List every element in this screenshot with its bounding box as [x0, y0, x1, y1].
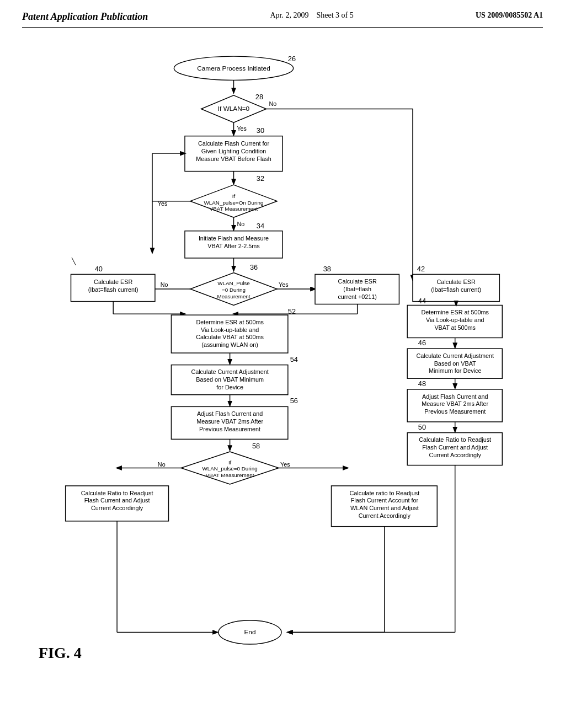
svg-text:(Ibat=flash current): (Ibat=flash current) [431, 286, 481, 293]
svg-text:50: 50 [418, 423, 426, 431]
svg-text:If WLAN=0: If WLAN=0 [218, 105, 250, 113]
svg-text:Flash Current Account for: Flash Current Account for [351, 497, 419, 504]
svg-text:Calculate Current Adjustment: Calculate Current Adjustment [416, 352, 493, 359]
svg-text:No: No [237, 221, 244, 227]
svg-text:VBAT Measurement: VBAT Measurement [210, 206, 258, 212]
svg-text:Previous Measurement: Previous Measurement [199, 426, 260, 432]
svg-text:No: No [161, 281, 168, 288]
svg-text:=0 During: =0 During [222, 287, 246, 293]
svg-text:Calculate Flash Current for: Calculate Flash Current for [198, 140, 269, 147]
svg-text:52: 52 [288, 307, 296, 315]
svg-text:Yes: Yes [237, 125, 247, 132]
svg-text:Camera Process Initiated: Camera Process Initiated [197, 65, 270, 72]
svg-text:36: 36 [250, 263, 258, 271]
svg-text:If: If [232, 193, 236, 199]
svg-text:56: 56 [290, 397, 298, 405]
svg-text:Yes: Yes [280, 462, 290, 468]
svg-text:No: No [158, 462, 166, 468]
svg-text:VBAT at 500ms: VBAT at 500ms [434, 324, 476, 331]
figure-label: FIG. 4 [39, 644, 82, 662]
svg-text:Yes: Yes [279, 281, 289, 288]
header: Patent Application Publication Apr. 2, 2… [22, 11, 543, 28]
svg-text:Via Look-up-table and: Via Look-up-table and [201, 326, 259, 333]
svg-text:Determine ESR at 500ms: Determine ESR at 500ms [196, 319, 264, 325]
svg-text:(Ibat=flash current): (Ibat=flash current) [88, 286, 138, 293]
svg-text:Calculate VBAT at 500ms: Calculate VBAT at 500ms [196, 334, 264, 340]
svg-text:54: 54 [290, 355, 298, 363]
svg-text:30: 30 [257, 126, 264, 135]
svg-text:If: If [228, 459, 232, 465]
svg-text:Measure VBAT Before Flash: Measure VBAT Before Flash [196, 156, 271, 162]
svg-text:Calculate ratio to Readjust: Calculate ratio to Readjust [350, 490, 420, 496]
svg-text:Measure VBAT 2ms After: Measure VBAT 2ms After [196, 418, 263, 425]
svg-text:(assuming WLAN on): (assuming WLAN on) [201, 341, 258, 348]
svg-text:Calculate Ratio to Readjust: Calculate Ratio to Readjust [419, 436, 491, 443]
svg-text:38: 38 [323, 265, 331, 274]
svg-text:Current Accordingly: Current Accordingly [429, 452, 482, 458]
svg-text:Minimum for Device: Minimum for Device [429, 367, 481, 374]
svg-text:Measure VBAT 2ms After: Measure VBAT 2ms After [422, 400, 488, 407]
diagram-area: Camera Process Initiated 26 28 If WLAN=0… [22, 33, 543, 673]
svg-text:Measurement: Measurement [217, 293, 250, 299]
svg-text:End: End [244, 628, 256, 636]
svg-text:No: No [269, 100, 276, 107]
svg-text:VBAT After 2-2.5ms: VBAT After 2-2.5ms [207, 243, 260, 249]
svg-text:Current Accordingly: Current Accordingly [91, 505, 143, 511]
svg-text:for Device: for Device [216, 384, 243, 390]
svg-text:Previous Measurement: Previous Measurement [424, 408, 486, 415]
svg-text:╲: ╲ [71, 257, 76, 265]
svg-text:28: 28 [255, 93, 263, 101]
svg-text:Based on VBAT Minimum: Based on VBAT Minimum [196, 376, 264, 383]
header-sheet: Sheet 3 of 5 [316, 11, 353, 19]
svg-text:WLAN_Pulse: WLAN_Pulse [217, 280, 250, 286]
svg-text:42: 42 [417, 265, 425, 274]
svg-text:Initiate Flash and Measure: Initiate Flash and Measure [199, 235, 269, 242]
svg-text:Adjust Flash Current and: Adjust Flash Current and [197, 410, 263, 417]
svg-text:Calculate ESR: Calculate ESR [338, 278, 377, 285]
header-publication-title: Patent Application Publication [22, 11, 148, 23]
svg-text:46: 46 [418, 339, 426, 347]
svg-text:34: 34 [257, 222, 264, 230]
header-date-sheet: Apr. 2, 2009 Sheet 3 of 5 [270, 11, 353, 20]
svg-text:48: 48 [418, 379, 426, 388]
svg-text:Calculate Current Adjustment: Calculate Current Adjustment [191, 368, 268, 375]
flowchart-svg: Camera Process Initiated 26 28 If WLAN=0… [22, 33, 543, 673]
svg-text:WLAN_pulse=On During: WLAN_pulse=On During [204, 200, 264, 206]
svg-text:(Ibat=flash: (Ibat=flash [343, 286, 371, 292]
svg-text:WLAN Current and Adjust: WLAN Current and Adjust [350, 505, 419, 511]
svg-text:Adjust Flash Current and: Adjust Flash Current and [422, 393, 488, 400]
svg-text:26: 26 [288, 55, 296, 63]
svg-text:Given Lighting Condition: Given Lighting Condition [201, 148, 266, 154]
svg-text:VBAT Measurement: VBAT Measurement [206, 472, 254, 478]
svg-text:32: 32 [257, 174, 264, 183]
svg-text:Determine ESR at 500ms: Determine ESR at 500ms [421, 309, 489, 315]
svg-text:Based on VBAT: Based on VBAT [434, 360, 476, 367]
svg-text:current +0211): current +0211) [338, 293, 377, 300]
svg-text:44: 44 [418, 297, 426, 305]
svg-text:58: 58 [252, 442, 260, 450]
svg-text:Calculate ESR: Calculate ESR [94, 279, 132, 285]
svg-text:40: 40 [95, 265, 103, 274]
svg-text:Calculate Ratio to Readjust: Calculate Ratio to Readjust [81, 490, 153, 496]
svg-text:Via Look-up-table and: Via Look-up-table and [426, 317, 484, 323]
svg-text:Flash Current and Adjust: Flash Current and Adjust [422, 444, 488, 451]
svg-text:Flash Current and Adjust: Flash Current and Adjust [84, 497, 150, 504]
svg-text:Current Accordingly: Current Accordingly [359, 512, 411, 519]
page: Patent Application Publication Apr. 2, 2… [0, 0, 565, 728]
header-date: Apr. 2, 2009 [270, 11, 308, 19]
svg-text:Calculate ESR: Calculate ESR [437, 279, 476, 285]
header-patent-number: US 2009/0085502 A1 [476, 11, 543, 20]
svg-text:WLAN_pulse=0 During: WLAN_pulse=0 During [202, 465, 257, 472]
